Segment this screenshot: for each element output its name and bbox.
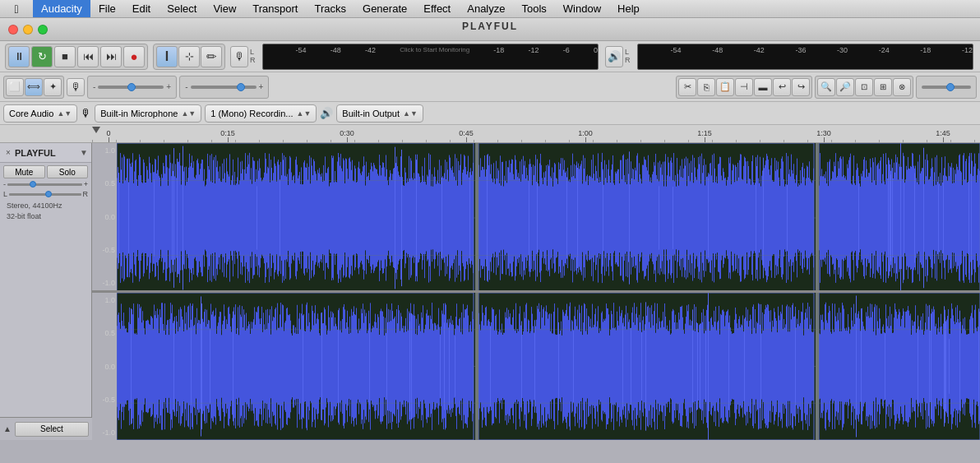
time-shift-button[interactable]: ⟺	[25, 78, 43, 96]
pause-button[interactable]: ⏸	[8, 46, 30, 67]
select-button[interactable]: Select	[15, 422, 89, 437]
tick-100	[585, 137, 586, 142]
maximize-button[interactable]	[38, 25, 48, 35]
vol-slider-knob[interactable]	[237, 83, 245, 91]
fit-project-button[interactable]: ⊡	[855, 78, 873, 96]
channels-selector[interactable]: 1 (Mono) Recordin... ▲▼	[205, 104, 317, 123]
y-label-0-0: 0.0	[94, 213, 115, 221]
gain-slider-track[interactable]	[7, 183, 82, 186]
input-gain-slider: - +	[87, 76, 177, 99]
menu-generate[interactable]: Generate	[354, 0, 415, 17]
vu-output-scale: -54-48-42-36-30-24-18-12	[671, 46, 973, 54]
track-close-button[interactable]: ×	[3, 148, 13, 158]
volume-button[interactable]: 🔊	[605, 46, 623, 67]
tick-15	[228, 137, 229, 142]
time-label-115: 1:15	[697, 129, 712, 137]
redo-button[interactable]: ↪	[792, 78, 810, 96]
draw-tool-button[interactable]: ✏	[201, 46, 222, 67]
zoom-sel-button[interactable]: ⬜	[6, 78, 24, 96]
skip-forward-button[interactable]: ⏭	[100, 46, 122, 67]
traffic-lights	[0, 25, 48, 35]
envelope-tool-button[interactable]: ⊹	[178, 46, 200, 67]
waveform-bottom-channel: 1.0 0.5 0.0 -0.5 -1.0	[92, 293, 980, 440]
zoom-out-button[interactable]: 🔎	[836, 78, 854, 96]
vu-bars	[296, 58, 592, 66]
selection-tool-button[interactable]: I	[156, 46, 178, 67]
time-label-0: 0	[106, 129, 110, 137]
undo-button[interactable]: ↩	[773, 78, 791, 96]
menu-transport[interactable]: Transport	[244, 0, 306, 17]
pan-slider-track[interactable]	[9, 193, 81, 196]
menu-effect[interactable]: Effect	[415, 0, 459, 17]
track-expand-icon[interactable]: ▲	[3, 424, 12, 433]
zoom-buttons: 🔍 🔎 ⊡ ⊞ ⊗	[815, 76, 913, 99]
menu-view[interactable]: View	[205, 0, 244, 17]
vu-meter-input[interactable]: -54-48-42 Click to Start Monitoring -18-…	[262, 44, 599, 70]
output-selector[interactable]: Built-in Output ▲▼	[336, 104, 423, 123]
tick-130	[824, 137, 825, 142]
main-content: × PLAYFUL ▼ Mute Solo - + L	[0, 143, 980, 440]
time-label-30: 0:30	[340, 129, 354, 137]
menu-select[interactable]: Select	[159, 0, 205, 17]
speed-slider-knob[interactable]	[946, 83, 955, 91]
paste-button[interactable]: 📋	[716, 78, 734, 96]
fit-vertical-button[interactable]: ⊞	[874, 78, 892, 96]
silence-button[interactable]: ▬	[754, 78, 772, 96]
input-slider-knob[interactable]	[127, 83, 136, 91]
gain-slider-knob[interactable]	[30, 181, 36, 188]
microphone-selector[interactable]: Built-in Microphone ▲▼	[95, 104, 201, 123]
apple-menu[interactable]: 	[0, 2, 33, 16]
output-volume-slider: - +	[179, 76, 269, 99]
gain-plus-label: +	[84, 180, 88, 188]
host-dropdown-arrow: ▲▼	[57, 109, 72, 118]
menu-audacity[interactable]: Audacity	[33, 0, 90, 17]
solo-button[interactable]: Solo	[47, 165, 89, 178]
tick-0	[109, 137, 109, 142]
cut-button[interactable]: ✂	[678, 78, 696, 96]
trim-button[interactable]: ⊣	[735, 78, 753, 96]
menubar:  Audacity File Edit Select View Transpo…	[0, 0, 980, 18]
vol-slider-track[interactable]	[191, 86, 257, 89]
track-controls: Mute Solo - + L R Stereo, 44	[0, 163, 91, 225]
track-menu-arrow[interactable]: ▼	[80, 148, 88, 157]
loop-button[interactable]: ↻	[31, 46, 53, 67]
stop-button[interactable]: ■	[54, 46, 76, 67]
menu-help[interactable]: Help	[609, 0, 648, 17]
vol-minus-icon: -	[185, 82, 187, 91]
mic-monitor-button[interactable]: 🎙	[67, 78, 85, 96]
menu-file[interactable]: File	[90, 0, 124, 17]
menu-analyze[interactable]: Analyze	[459, 0, 513, 17]
track-header: × PLAYFUL ▼	[0, 143, 91, 163]
mute-button[interactable]: Mute	[3, 165, 45, 178]
zoom-toggle-button[interactable]: ⊗	[893, 78, 911, 96]
multi-tool-button[interactable]: ✦	[44, 78, 62, 96]
menu-tracks[interactable]: Tracks	[306, 0, 354, 17]
waveform-canvas-top[interactable]	[117, 143, 980, 293]
edit-tools: I ⊹ ✏	[153, 44, 225, 70]
timeline-ruler[interactable]: .tick { position:absolute; bottom:0; wid…	[0, 125, 980, 143]
menu-tools[interactable]: Tools	[513, 0, 554, 17]
minimize-button[interactable]	[23, 25, 33, 35]
waveform-canvas-bottom[interactable]	[117, 293, 980, 440]
y-axis-bottom: 1.0 0.5 0.0 -0.5 -1.0	[92, 293, 117, 440]
tick-115	[705, 137, 705, 142]
record-button[interactable]: ●	[123, 46, 145, 67]
y-label-1-0: 1.0	[94, 146, 115, 155]
close-button[interactable]	[8, 25, 18, 35]
skip-back-button[interactable]: ⏮	[77, 46, 99, 67]
mic-record-button[interactable]: 🎙	[230, 46, 248, 67]
channels-dropdown-arrow: ▲▼	[297, 109, 312, 118]
menu-edit[interactable]: Edit	[124, 0, 159, 17]
vu-meter-output[interactable]: -54-48-42-36-30-24-18-12	[637, 44, 974, 70]
zoom-in-button[interactable]: 🔍	[817, 78, 835, 96]
speed-slider-track[interactable]	[922, 86, 971, 89]
pan-slider-knob[interactable]	[45, 191, 52, 197]
copy-button[interactable]: ⎘	[697, 78, 715, 96]
menu-window[interactable]: Window	[555, 0, 609, 17]
device-bar: Core Audio ▲▼ 🎙 Built-in Microphone ▲▼ 1…	[0, 102, 980, 125]
track-info: Stereo, 44100Hz 32-bit float	[3, 200, 88, 222]
input-slider-track[interactable]	[98, 86, 164, 89]
time-label-100: 1:00	[578, 129, 593, 137]
audio-host-selector[interactable]: Core Audio ▲▼	[3, 104, 77, 123]
waveform-area: 1.0 0.5 0.0 -0.5 -1.0 1.0 0.5 0.0 -0.5 -…	[92, 143, 980, 440]
